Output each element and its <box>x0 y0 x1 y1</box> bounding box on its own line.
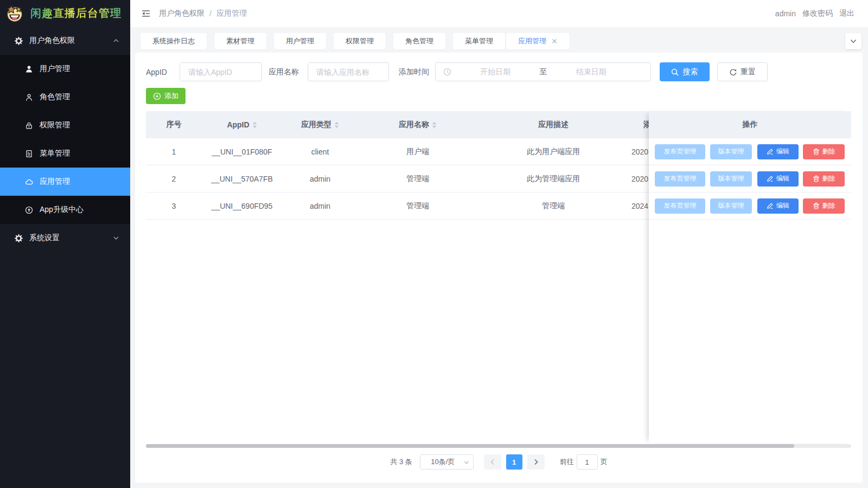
edit-button[interactable]: 编辑 <box>757 144 799 159</box>
trash-icon <box>813 202 820 209</box>
pagination-total: 共 3 条 <box>390 457 412 467</box>
version-manage-button[interactable]: 版本管理 <box>710 171 752 187</box>
goto-page-suffix: 页 <box>601 457 608 467</box>
tab-4[interactable]: 权限管理 <box>334 33 386 49</box>
tabs-more-button[interactable] <box>845 33 861 49</box>
sidebar-item-label: 应用管理 <box>40 177 70 187</box>
add-time-filter-label: 添加时间 <box>399 67 429 77</box>
chevron-right-icon <box>533 459 539 465</box>
goto-page-input[interactable] <box>577 454 598 470</box>
username-label[interactable]: admin <box>775 9 796 18</box>
sidebar-fold-icon[interactable] <box>141 9 151 18</box>
sidebar-item-permission-management[interactable]: 权限管理 <box>0 111 130 139</box>
reset-button[interactable]: 重置 <box>717 62 768 81</box>
date-range-separator: 至 <box>539 67 547 77</box>
next-page-button[interactable] <box>527 454 545 470</box>
sort-caret-icon[interactable] <box>432 121 437 129</box>
column-header-add-time[interactable]: 添加时间 <box>629 120 649 130</box>
app-name-input[interactable] <box>316 68 388 76</box>
app-title: 闲趣直播后台管理 <box>30 6 122 21</box>
publish-page-button[interactable]: 发布页管理 <box>655 144 705 159</box>
sort-caret-icon[interactable] <box>252 121 257 129</box>
navbar-user-area: admin 修改密码 退出 <box>769 9 854 18</box>
logo: 闲趣直播后台管理 <box>0 0 130 27</box>
cell-app-name: 管理端 <box>358 201 477 211</box>
sidebar-item-user-management[interactable]: 用户管理 <box>0 55 130 83</box>
sidebar-group-label: 用户角色权限 <box>29 36 113 46</box>
table-fixed-column: 操作 发布页管理 版本管理 编辑 删除 发布页管理 版本管理 编辑 删除 发布页… <box>649 111 851 443</box>
tab-label: 角色管理 <box>405 36 433 46</box>
sidebar-item-app-management[interactable]: 应用管理 <box>0 168 130 196</box>
column-header-app-name[interactable]: 应用名称 <box>358 120 477 130</box>
table-actions-row: 发布页管理 版本管理 编辑 删除 <box>649 165 851 192</box>
delete-button[interactable]: 删除 <box>803 198 845 214</box>
sidebar-item-menu-management[interactable]: 菜单管理 <box>0 139 130 168</box>
close-icon[interactable] <box>551 38 558 44</box>
cell-app-name: 用户端 <box>358 147 477 157</box>
tab-7[interactable]: 应用管理 <box>506 33 570 49</box>
user-filled-icon <box>25 65 33 73</box>
sort-caret-icon[interactable] <box>334 121 339 129</box>
chevron-down-icon <box>113 235 119 241</box>
tab-5[interactable]: 角色管理 <box>393 33 445 49</box>
page-number-current[interactable]: 1 <box>506 454 522 470</box>
table-row: 3 __UNI__690FD95 admin 管理端 管理端 2024 <box>146 192 649 220</box>
prev-page-button[interactable] <box>484 454 501 470</box>
sidebar-group-label: 系统设置 <box>29 233 113 243</box>
add-button-label: 添加 <box>164 91 178 101</box>
cell-app-name: 管理端 <box>358 174 477 184</box>
appid-input[interactable] <box>188 68 261 76</box>
gear-icon <box>15 234 23 242</box>
publish-page-button[interactable]: 发布页管理 <box>655 171 705 187</box>
delete-button[interactable]: 删除 <box>803 144 845 159</box>
table-row: 2 __UNI__570A7FB admin 管理端 此为管理端应用 2020 <box>146 165 649 192</box>
edit-pencil-icon <box>767 175 774 182</box>
cell-index: 1 <box>146 147 202 156</box>
start-date-placeholder[interactable]: 开始日期 <box>451 67 540 77</box>
column-header-appid[interactable]: AppID <box>202 120 282 129</box>
tab-6[interactable]: 菜单管理 <box>453 33 505 49</box>
cell-index: 2 <box>146 175 202 183</box>
gear-icon <box>15 37 23 45</box>
trash-icon <box>813 175 820 182</box>
edit-button[interactable]: 编辑 <box>757 198 799 214</box>
search-button[interactable]: 搜索 <box>660 62 710 81</box>
tab-3[interactable]: 用户管理 <box>274 33 326 49</box>
version-manage-button[interactable]: 版本管理 <box>710 198 752 214</box>
sidebar-item-role-management[interactable]: 角色管理 <box>0 83 130 111</box>
cell-add-time: 2020 <box>629 147 649 156</box>
end-date-placeholder[interactable]: 结束日期 <box>547 67 635 77</box>
tags-view-bar: 系统操作日志 素材管理 用户管理 权限管理 角色管理 菜单管理 应用管理 <box>130 27 868 53</box>
data-table: 序号 AppID 应用类型 应用名称 应用描述 <box>146 111 851 448</box>
column-header-app-type[interactable]: 应用类型 <box>282 120 358 130</box>
edit-pencil-icon <box>767 202 774 209</box>
search-icon <box>671 68 679 76</box>
app-name-input-wrap <box>308 62 389 81</box>
goto-page-label: 前往 <box>560 457 574 467</box>
add-button[interactable]: 添加 <box>146 88 186 104</box>
change-password-link[interactable]: 修改密码 <box>802 9 833 18</box>
version-manage-button[interactable]: 版本管理 <box>710 144 752 159</box>
column-header-index: 序号 <box>146 120 202 130</box>
top-navbar: 用户角色权限 / 应用管理 admin 修改密码 退出 <box>130 0 868 27</box>
horizontal-scrollbar-thumb[interactable] <box>146 444 794 448</box>
edit-button[interactable]: 编辑 <box>757 171 799 187</box>
delete-button[interactable]: 删除 <box>803 171 845 187</box>
breadcrumb-item-parent[interactable]: 用户角色权限 <box>159 9 205 18</box>
cell-app-type: admin <box>282 175 358 183</box>
upload-circle-icon <box>25 206 33 214</box>
date-range-picker[interactable]: 开始日期 至 结束日期 <box>435 62 651 81</box>
tab-1[interactable]: 系统操作日志 <box>141 33 207 49</box>
tab-2[interactable]: 素材管理 <box>214 33 266 49</box>
logout-link[interactable]: 退出 <box>839 9 854 18</box>
sidebar-item-label: App升级中心 <box>40 205 84 215</box>
sidebar-group-system-settings[interactable]: 系统设置 <box>0 224 130 252</box>
chevron-up-icon <box>113 37 119 44</box>
app-name-filter-label: 应用名称 <box>269 67 299 77</box>
sidebar-group-user-role-permission[interactable]: 用户角色权限 <box>0 27 130 55</box>
appid-filter-label: AppID <box>146 68 167 76</box>
page-size-select[interactable]: 10条/页 <box>420 454 474 470</box>
sidebar-item-app-upgrade-center[interactable]: App升级中心 <box>0 196 130 224</box>
publish-page-button[interactable]: 发布页管理 <box>655 198 705 214</box>
cell-app-desc: 此为管理端应用 <box>477 174 629 184</box>
